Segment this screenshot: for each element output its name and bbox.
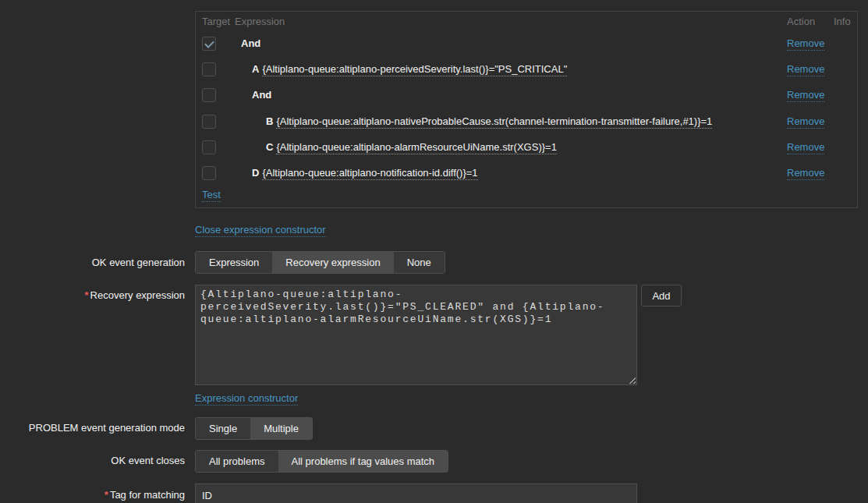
target-checkbox[interactable] — [202, 88, 216, 102]
table-row: C{Altiplano-queue:altiplano-alarmResourc… — [196, 140, 857, 154]
remove-link[interactable]: Remove — [787, 37, 824, 51]
remove-link[interactable]: Remove — [787, 115, 824, 129]
expression-letter: D — [252, 167, 259, 179]
resize-handle-icon[interactable] — [629, 377, 636, 384]
target-checkbox[interactable] — [202, 37, 216, 51]
operator-label: And — [252, 88, 271, 102]
operator-label: And — [241, 37, 260, 51]
problem-mode-option-single[interactable]: Single — [196, 418, 250, 439]
ok-event-closes-label: OK event closes — [0, 455, 185, 467]
target-checkbox[interactable] — [202, 62, 216, 76]
expression-constructor-link[interactable]: Expression constructor — [195, 392, 298, 406]
table-row: And Remove — [196, 37, 857, 51]
required-asterisk: * — [85, 289, 89, 301]
remove-link[interactable]: Remove — [787, 63, 824, 76]
problem-mode-option-multiple[interactable]: Multiple — [250, 418, 312, 439]
ok-event-closes-segmented: All problems All problems if tag values … — [195, 450, 448, 473]
problem-event-generation-mode-label: PROBLEM event generation mode — [0, 422, 185, 434]
column-header-action: Action — [787, 16, 815, 27]
table-row: B{Altiplano-queue:altiplano-nativeProbab… — [196, 115, 857, 129]
recovery-expression-label: *Recovery expression — [0, 289, 185, 302]
column-header-expression: Expression — [235, 16, 285, 27]
ok-event-closes-option-all-problems-if-tag-values-match[interactable]: All problems if tag values match — [278, 451, 448, 472]
expression-letter: A — [252, 63, 259, 75]
expression-letter: C — [266, 141, 273, 153]
trigger-configuration-form: Target Expression Action Info And Remove… — [0, 0, 868, 503]
tag-for-matching-input[interactable] — [195, 484, 637, 503]
ok-event-closes-option-all-problems[interactable]: All problems — [196, 451, 278, 472]
required-asterisk: * — [105, 489, 108, 501]
expression-constructor-table: Target Expression Action Info And Remove… — [195, 11, 858, 208]
test-link[interactable]: Test — [202, 189, 221, 202]
column-header-target: Target — [202, 16, 230, 27]
target-checkbox[interactable] — [202, 140, 216, 154]
remove-link[interactable]: Remove — [787, 167, 824, 180]
target-checkbox[interactable] — [202, 115, 216, 129]
problem-event-generation-mode-segmented: Single Multiple — [195, 417, 313, 440]
ok-event-generation-segmented: Expression Recovery expression None — [195, 251, 445, 274]
ok-event-generation-option-none[interactable]: None — [394, 252, 445, 273]
expression-link[interactable]: {Altiplano-queue:altiplano-perceivedSeve… — [262, 63, 567, 76]
table-row: A{Altiplano-queue:altiplano-perceivedSev… — [196, 62, 857, 76]
table-row: D{Altiplano-queue:altiplano-notification… — [196, 166, 857, 180]
column-header-info: Info — [834, 16, 851, 27]
table-row: And Remove — [196, 88, 857, 102]
target-checkbox[interactable] — [202, 166, 216, 180]
expression-link[interactable]: {Altiplano-queue:altiplano-notification-… — [262, 167, 477, 180]
remove-link[interactable]: Remove — [787, 141, 824, 154]
recovery-expression-textarea[interactable]: {Altiplano-queue:altiplano-perceivedSeve… — [195, 285, 637, 385]
tag-for-matching-label: *Tag for matching — [0, 489, 185, 501]
ok-event-generation-option-expression[interactable]: Expression — [196, 252, 272, 273]
remove-link[interactable]: Remove — [787, 89, 824, 102]
ok-event-generation-option-recovery-expression[interactable]: Recovery expression — [272, 252, 393, 273]
add-button[interactable]: Add — [641, 285, 682, 306]
expression-link[interactable]: {Altiplano-queue:altiplano-nativeProbabl… — [276, 115, 712, 129]
expression-letter: B — [266, 115, 273, 127]
expression-link[interactable]: {Altiplano-queue:altiplano-alarmResource… — [276, 141, 556, 154]
close-expression-constructor-link[interactable]: Close expression constructor — [195, 224, 326, 237]
ok-event-generation-label: OK event generation — [0, 257, 185, 269]
